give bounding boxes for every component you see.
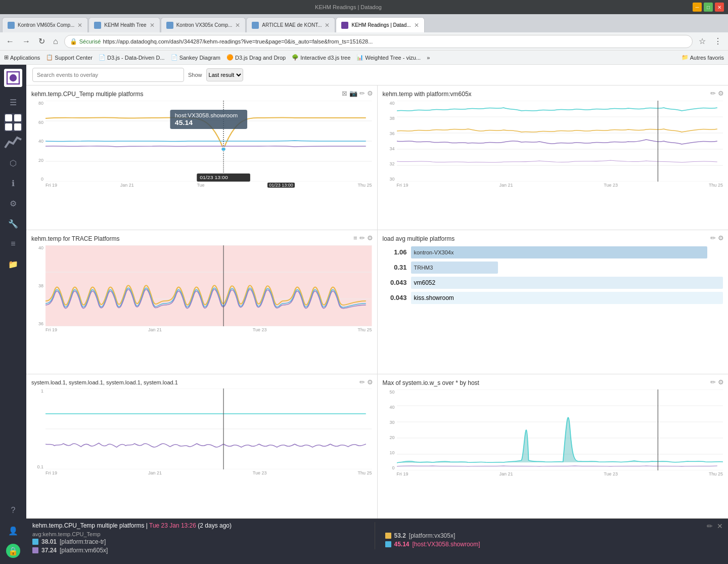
edit-icon[interactable]: ✏ bbox=[710, 234, 716, 242]
search-input[interactable] bbox=[32, 68, 184, 82]
tab-label: KEHM Readings | Datad... bbox=[351, 22, 411, 28]
metric-label-3: [platform:vx305x] bbox=[409, 532, 455, 539]
tab-article-mae[interactable]: ARTICLE MAE de KONT... ✕ bbox=[246, 17, 335, 32]
tab-kehm-readings[interactable]: KEHM Readings | Datad... ✕ bbox=[336, 17, 424, 32]
edit-icon[interactable]: ✏ bbox=[359, 378, 365, 386]
bookmark-apps[interactable]: ⊞ Applications bbox=[4, 54, 40, 61]
bookmark-d3[interactable]: 📄 D3.js - Data-Driven D... bbox=[99, 54, 165, 61]
home-button[interactable]: ⌂ bbox=[51, 35, 60, 48]
bookmark-sankey[interactable]: 📄 Sankey Diagram bbox=[171, 54, 220, 61]
metric-label-4: [host:VX3058.showroom] bbox=[413, 541, 480, 548]
bookmark-autres[interactable]: 📁 Autres favoris bbox=[681, 54, 724, 61]
bookmark-weighted[interactable]: 📊 Weighted Tree - vizu... bbox=[356, 54, 421, 61]
maximize-button[interactable]: □ bbox=[704, 3, 713, 12]
tab-icon-datadog bbox=[341, 22, 348, 29]
minimize-button[interactable]: ─ bbox=[693, 3, 702, 12]
forward-button[interactable]: → bbox=[20, 35, 32, 48]
metric-label-1: [platform:trace-tr] bbox=[60, 538, 106, 545]
gear-icon[interactable]: ⚙ bbox=[718, 378, 724, 386]
tab-icon bbox=[166, 22, 173, 29]
sidebar-item-files[interactable]: 📁 bbox=[4, 255, 22, 273]
bookmark-d3-tree[interactable]: 🌳 Interactive d3.js tree bbox=[292, 54, 350, 61]
tab-close[interactable]: ✕ bbox=[150, 22, 155, 29]
time-range-select[interactable]: Last result bbox=[206, 68, 243, 81]
sidebar-item-dashboard[interactable] bbox=[4, 113, 22, 132]
load-bar-2: TRHM3 bbox=[411, 262, 498, 274]
bookmark-support[interactable]: 📋 Support Center bbox=[46, 54, 93, 61]
edit-icon[interactable]: ✏ bbox=[710, 90, 716, 97]
camera-icon[interactable]: 📷 bbox=[349, 90, 357, 97]
menu-button[interactable]: ⋮ bbox=[712, 34, 724, 48]
load-label-2: TRHM3 bbox=[414, 265, 433, 271]
widget-io-ws-title: Max of system.io.w_s over * by host bbox=[383, 379, 723, 386]
tab-close[interactable]: ✕ bbox=[77, 22, 82, 29]
sidebar-item-list[interactable]: ≡ bbox=[4, 235, 22, 253]
sidebar-item-help[interactable]: ? bbox=[4, 501, 22, 519]
widget-cpu-temp-icons[interactable]: ⊠ 📷 ✏ ⚙ bbox=[342, 90, 373, 97]
metric-row-4: 45.14 [host:VX3058.showroom] bbox=[385, 541, 722, 548]
sidebar-item-settings[interactable]: ⚙ bbox=[4, 194, 22, 212]
svg-text:45.14: 45.14 bbox=[175, 119, 193, 126]
status-icons[interactable]: ✏ ✕ bbox=[707, 522, 723, 530]
bookmark-button[interactable]: ☆ bbox=[697, 34, 708, 48]
gear-icon[interactable]: ⚙ bbox=[718, 90, 724, 97]
tab-close[interactable]: ✕ bbox=[414, 22, 419, 29]
edit-icon[interactable]: ✏ bbox=[359, 234, 365, 242]
close-button[interactable]: ✕ bbox=[715, 3, 724, 12]
tab-kontron-vm605x[interactable]: Kontron VM605x Comp... ✕ bbox=[2, 17, 88, 32]
load-avg-item-4: 0.043 kiss.showroom bbox=[383, 292, 723, 304]
title-bar: KEHM Readings | Datadog ─ □ ✕ bbox=[0, 0, 728, 14]
gear-icon[interactable]: ⚙ bbox=[367, 378, 373, 386]
edit-icon[interactable]: ✏ bbox=[359, 90, 365, 97]
sidebar-item-network[interactable]: ⬡ bbox=[4, 154, 22, 172]
tab-close[interactable]: ✕ bbox=[235, 22, 240, 29]
metric-row-3: 53.2 [platform:vx305x] bbox=[385, 532, 722, 539]
tab-close[interactable]: ✕ bbox=[325, 22, 330, 29]
tab-kehm-health-tree[interactable]: KEHM Health Tree ✕ bbox=[88, 17, 160, 32]
widget-io-ws-icons[interactable]: ✏ ⚙ bbox=[710, 378, 724, 386]
widget-system-load-icons[interactable]: ✏ ⚙ bbox=[359, 378, 373, 386]
refresh-button[interactable]: ↻ bbox=[36, 34, 47, 48]
load-bar-container-4: kiss.showroom bbox=[411, 292, 723, 304]
cpu-temp-chart-wrapper: 806040200 bbox=[31, 101, 372, 188]
sidebar-item-menu[interactable]: ☰ bbox=[4, 93, 22, 111]
sidebar-item-users[interactable]: 👤 bbox=[4, 522, 22, 540]
widget-vm605x-title: kehm.temp with platform:vm605x bbox=[383, 91, 723, 98]
edit-icon[interactable]: ✏ bbox=[707, 522, 713, 530]
expand-icon[interactable]: ⊠ bbox=[342, 90, 347, 97]
gear-icon[interactable]: ⚙ bbox=[367, 90, 373, 97]
status-metric-name: avg:kehm.temp.CPU_Temp bbox=[32, 531, 370, 537]
status-ago: (2 days ago) bbox=[198, 522, 232, 529]
widget-trace-icons[interactable]: ≡ ✏ ⚙ bbox=[353, 234, 373, 242]
metric-value-2: 37.24 bbox=[41, 547, 57, 554]
widget-vm605x-icons[interactable]: ✏ ⚙ bbox=[710, 90, 724, 97]
metric-row-2: 37.24 [platform:vm605x] bbox=[32, 547, 370, 554]
widget-system-load: system.load.1, system.load.1, system.loa… bbox=[26, 374, 377, 518]
sidebar-item-security[interactable]: 🔒 bbox=[6, 544, 20, 558]
bookmark-d3-drag[interactable]: 🟠 D3.js Drag and Drop bbox=[226, 54, 286, 61]
bookmark-more[interactable]: » bbox=[427, 55, 430, 61]
widget-trace-title: kehm.temp for TRACE Platforms bbox=[31, 235, 372, 242]
sidebar-item-info[interactable]: ℹ bbox=[4, 174, 22, 192]
address-bar[interactable]: 🔒 Sécurisé https://app.datadoghq.com/das… bbox=[64, 35, 693, 48]
widget-load-avg-icons[interactable]: ✏ ⚙ bbox=[710, 234, 724, 242]
trace-chart-wrapper: 403836 bbox=[31, 245, 372, 332]
secure-label: Sécurisé bbox=[79, 38, 101, 45]
load-bar-3: vm6052 bbox=[411, 277, 723, 289]
cpu-temp-x-axis: Fri 19Jan 21Tue01/23 13:00Thu 25 bbox=[46, 182, 372, 188]
gear-icon[interactable]: ⚙ bbox=[718, 234, 724, 242]
svg-rect-25 bbox=[46, 245, 223, 326]
metric-color-2 bbox=[32, 547, 38, 553]
widget-trace: kehm.temp for TRACE Platforms ≡ ✏ ⚙ 4038… bbox=[26, 230, 377, 374]
list-icon[interactable]: ≡ bbox=[353, 234, 357, 242]
tab-label: Kontron VM605x Comp... bbox=[18, 22, 74, 28]
gear-icon[interactable]: ⚙ bbox=[367, 234, 373, 242]
load-value-2: 0.31 bbox=[383, 264, 407, 271]
svg-rect-2 bbox=[5, 114, 12, 121]
close-icon[interactable]: ✕ bbox=[717, 522, 723, 530]
sidebar-item-tools[interactable]: 🔧 bbox=[4, 214, 22, 233]
sidebar-item-metrics[interactable] bbox=[4, 134, 22, 152]
tab-kontron-vx305x[interactable]: Kontron VX305x Comp... ✕ bbox=[161, 17, 246, 32]
back-button[interactable]: ← bbox=[4, 35, 16, 48]
edit-icon[interactable]: ✏ bbox=[710, 378, 716, 386]
